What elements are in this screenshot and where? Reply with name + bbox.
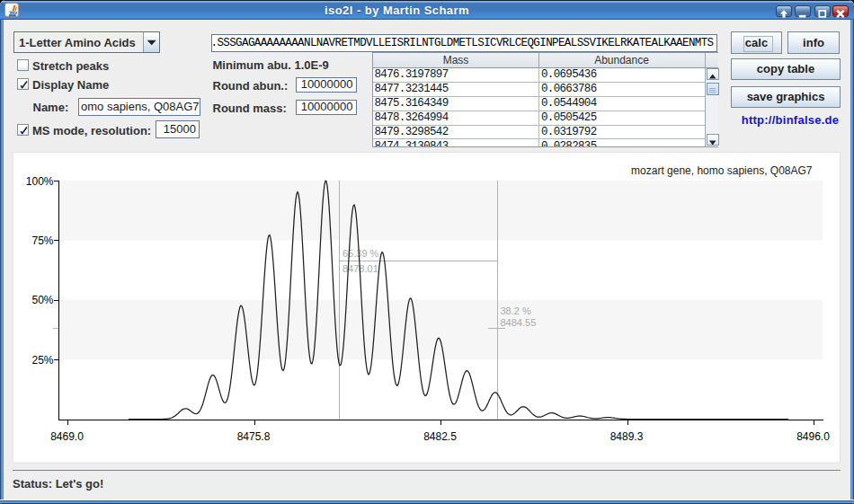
svg-text:38.2 %: 38.2 % [501, 305, 531, 316]
svg-text:8475.8: 8475.8 [237, 430, 271, 443]
svg-text:8496.0: 8496.0 [796, 430, 830, 443]
svg-text:25%: 25% [31, 354, 53, 367]
svg-text:8484.55: 8484.55 [501, 317, 537, 328]
svg-text:50%: 50% [31, 294, 53, 306]
svg-text:8489.3: 8489.3 [610, 430, 644, 443]
svg-text:75%: 75% [31, 234, 53, 247]
svg-text:100%: 100% [26, 175, 54, 188]
svg-text:8469.0: 8469.0 [50, 430, 84, 443]
svg-text:65.39 %: 65.39 % [342, 248, 379, 259]
svg-text:mozart gene, homo sapiens, Q08: mozart gene, homo sapiens, Q08AG7 [631, 164, 813, 177]
svg-text:8482.5: 8482.5 [423, 430, 457, 443]
